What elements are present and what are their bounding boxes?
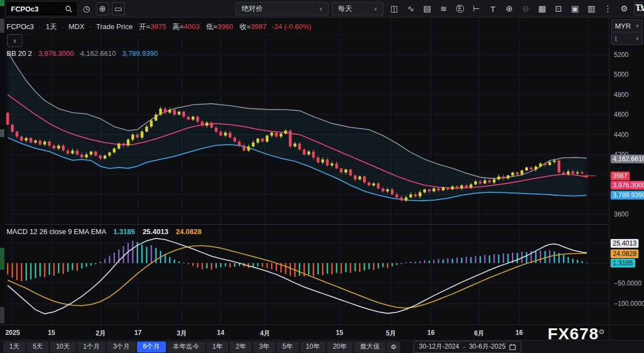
currency-value: MYR [615, 22, 631, 30]
symbol-search[interactable]: FCPOc3 [7, 2, 77, 15]
price-mode-dropdown[interactable]: 绝对价 ∨ [235, 2, 329, 15]
axis-corner [609, 324, 644, 340]
bb-mid-value: 3,976.3000 [38, 49, 74, 58]
currency-dropdown[interactable]: MYR ∨ [612, 20, 642, 32]
folder-icon[interactable]: ▭ [112, 2, 125, 15]
ohlc-close: 3987 [251, 22, 267, 31]
chevron-down-icon: ∨ [319, 6, 323, 12]
macd-line-value: 25.4013 [142, 227, 168, 236]
time-label-3月: 3月 [170, 329, 194, 338]
time-label-14: 14 [209, 329, 233, 337]
range-button-20年[interactable]: 20年 [327, 341, 353, 352]
export-chart-icon[interactable]: ▥ [585, 2, 598, 15]
range-button-10年[interactable]: 10年 [300, 341, 326, 352]
time-axis[interactable]: 2025152月173月144月155月166月16 [0, 324, 609, 340]
snapshot-icon[interactable]: ⊡ [552, 2, 565, 15]
date-start: 30-12月-2024 [419, 342, 459, 351]
range-button-1天[interactable]: 1天 [3, 341, 26, 352]
watermark: FX678⊙ [548, 324, 605, 343]
symbol-input[interactable]: FCPOc3 [11, 5, 39, 13]
macd-badge-cyan: 1.3185 [611, 259, 635, 267]
time-label-6月: 6月 [467, 329, 491, 338]
chart-canvas[interactable] [4, 18, 609, 324]
strip-mark [0, 19, 4, 33]
unit-dropdown[interactable]: t ∨ [612, 32, 642, 44]
time-label-2月: 2月 [89, 329, 113, 338]
add-symbol-icon[interactable]: ⊕ [96, 2, 109, 15]
ohlc-change: -24 (-0.60%) [272, 22, 311, 31]
strip-mark [0, 248, 4, 270]
range-button-1年[interactable]: 1年 [206, 341, 229, 352]
legend-price-type[interactable]: Trade Price [96, 22, 133, 31]
range-button-6个月[interactable]: 6个月 [137, 341, 166, 352]
zoom-in-icon[interactable]: ⊕ [503, 2, 516, 15]
settings-icon[interactable]: ⚙ [618, 2, 631, 15]
layout-icon[interactable]: ▤ [421, 2, 434, 15]
ohlc-open: 3975 [150, 22, 166, 31]
text-tool-icon[interactable]: T [486, 2, 499, 15]
legend-symbol[interactable]: FCPOc3 [7, 22, 34, 31]
price-tick-4800: 4800 [614, 91, 629, 99]
price-tick-5200: 5200 [614, 51, 629, 59]
events-icon[interactable]: Ⓔ [453, 2, 467, 15]
legend-interval[interactable]: 1天 [45, 22, 56, 31]
symbol-legend: FCPOc3 · 1天 · MDX · Trade Price 开=3975 高… [7, 22, 312, 32]
collapse-legend-button[interactable]: ‹ [7, 34, 22, 47]
compare-waves-icon[interactable]: ≋ [437, 2, 450, 15]
time-label-16: 16 [419, 329, 443, 337]
ohlc-high: 4003 [184, 22, 200, 31]
range-button-3年[interactable]: 3年 [253, 341, 275, 352]
interval-dropdown[interactable]: 每天 ∨ [332, 2, 383, 15]
bb-upper-value: 4,162.6610 [81, 49, 116, 58]
measure-icon[interactable]: ⊢ [470, 2, 483, 15]
currency-unit-selector: MYR ∨ t ∨ [611, 19, 643, 45]
time-label-16: 16 [507, 329, 531, 337]
unit-value: t [615, 35, 617, 43]
top-toolbar: FCPOc3 ◷⊕▭ 绝对价 ∨ 每天 ∨ ◫∿▤≋Ⓔ⊢T⊕⊖▦⊡▣▥⋮⚙↺ T… [4, 0, 644, 18]
strip-mark [0, 0, 4, 6]
macd-hist-value: 1.3185 [113, 227, 135, 236]
chevron-left-icon: ‹ [14, 36, 16, 45]
price-tick-4600: 4600 [614, 111, 629, 118]
indicators-icon[interactable]: ∿ [404, 2, 417, 15]
range-button-5年[interactable]: 5年 [277, 341, 299, 352]
watermark-mark: ⊙ [599, 328, 605, 335]
zoom-out-icon[interactable]: ⊖ [519, 2, 532, 15]
platform-logo: TV [635, 3, 644, 13]
range-button-5天[interactable]: 5天 [27, 341, 49, 352]
range-button-2年[interactable]: 2年 [229, 341, 252, 352]
duplicate-icon[interactable]: ▣ [568, 2, 582, 15]
price-axis[interactable]: MYR ∨ t ∨ 5200500048004600440042003600−5… [609, 18, 644, 324]
interval-value: 每天 [338, 4, 352, 14]
collapsed-watchlist-strip[interactable] [0, 0, 4, 340]
bb-legend[interactable]: BB 20 2 3,976.3000 4,162.6610 3,789.9390 [7, 49, 158, 58]
price-tick-4400: 4400 [614, 131, 629, 139]
date-separator: - [463, 343, 465, 351]
price-mode-value: 绝对价 [242, 4, 263, 14]
gear-icon: ⚙ [390, 343, 396, 351]
time-label-15: 15 [39, 329, 64, 337]
time-label-2025: 2025 [1, 329, 25, 337]
range-settings-button[interactable]: ⚙ [387, 341, 400, 352]
strip-mark [0, 129, 4, 137]
data-table-icon[interactable]: ▦ [536, 2, 549, 15]
range-button-本年迄今[interactable]: 本年迄今 [167, 341, 205, 352]
price-badge-pink: 3,976.3000 [611, 181, 644, 190]
more-options-icon[interactable]: ⋮ [601, 2, 614, 15]
time-label-4月: 4月 [253, 329, 277, 338]
bb-title: BB 20 2 [7, 49, 32, 58]
price-tick-3600: 3600 [614, 210, 629, 218]
candlestick-style-icon[interactable]: ◫ [388, 2, 401, 15]
range-button-最大值[interactable]: 最大值 [354, 341, 386, 352]
search-icon [65, 5, 72, 13]
legend-exchange[interactable]: MDX [68, 22, 84, 31]
strip-mark [0, 307, 4, 323]
chevron-down-icon: ∨ [635, 36, 639, 41]
range-button-10天[interactable]: 10天 [50, 341, 76, 352]
macd-legend[interactable]: MACD 12 26 close 9 EMA EMA 1.3185 25.401… [7, 227, 202, 236]
date-range-picker[interactable]: 30-12月-2024 - 30-6月-2025 [413, 341, 521, 353]
price-badge-red: 3987 [611, 172, 630, 180]
range-button-1个月[interactable]: 1个月 [77, 341, 106, 352]
clock-icon[interactable]: ◷ [80, 2, 93, 15]
range-button-3个月[interactable]: 3个月 [107, 341, 136, 352]
